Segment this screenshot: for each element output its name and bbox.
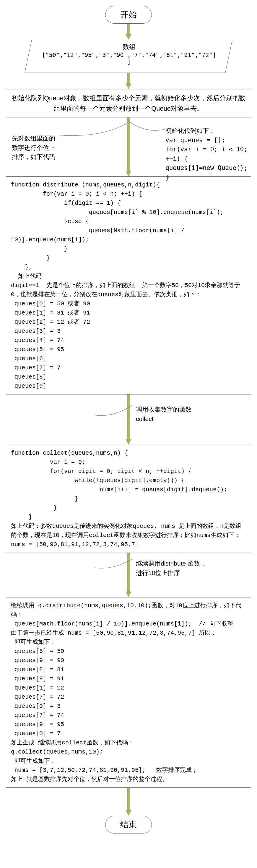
start-terminator: 开始 [105, 6, 152, 24]
annotation-right-1: 初始化代码如下： var queues = []; for(var i = 0;… [165, 126, 251, 182]
arrow-6 [0, 788, 257, 816]
callout-line-left [59, 123, 127, 147]
arrow-2 [0, 73, 257, 89]
annotation-left-1: 先对数组里面的 数字进行个位上 排序，如下代码 [12, 134, 55, 162]
svg-marker-1 [125, 34, 132, 40]
data-input-block: 数组 ["50","12","95","3","90","7","74","81… [25, 40, 232, 73]
init-queue-step: 初始化队列Queue对象，数组里面有多少个元素，就初始化多少次，然后分别把数组里… [6, 89, 251, 117]
annotation-right-3: 继续调用distribute 函数， 进行10位上排序 [136, 559, 206, 578]
tens-digit-step: 继续调用 q.distribute(nums,queues,10,10);函数，… [6, 597, 251, 788]
distribute-code-step: function distribute (nums,queues,n,digit… [6, 177, 251, 395]
svg-marker-5 [125, 171, 132, 177]
end-terminator: 结束 [105, 816, 152, 834]
arrow-icon [125, 24, 132, 40]
annotation-group-3: 继续调用distribute 函数， 进行10位上排序 [6, 553, 251, 597]
annotation-right-2: 调用收集数字的函数 collect [136, 405, 192, 423]
arrow-1 [0, 24, 257, 40]
callout-line-right [130, 122, 165, 136]
arrow-icon [125, 73, 132, 89]
data-parallelogram: 数组 ["50","12","95","3","90","7","74","81… [25, 40, 232, 73]
data-array-label: 数组 [41, 42, 218, 51]
svg-marker-9 [125, 592, 132, 597]
start-label: 开始 [120, 10, 137, 19]
init-queue-text: 初始化队列Queue对象，数组里面有多少个元素，就初始化多少次，然后分别把数组里… [11, 94, 246, 112]
svg-marker-11 [125, 810, 132, 816]
end-label: 结束 [120, 820, 137, 829]
collect-code-step: function collect(queues,nums,n) { var i … [6, 445, 251, 553]
data-array-content: ["50","12","95","3","90","7","74","81","… [41, 51, 218, 58]
annotation-group-1: 先对数组里面的 数字进行个位上 排序，如下代码 初始化代码如下： var que… [6, 117, 251, 177]
flowchart-container: 开始 数组 ["50","12","95","3","90","7","74",… [0, 6, 257, 834]
svg-marker-7 [125, 439, 132, 445]
callout-line-2 [94, 405, 133, 421]
annotation-group-2: 调用收集数字的函数 collect [6, 395, 251, 445]
arrow-icon [125, 788, 132, 816]
data-array-close: ] [41, 58, 218, 65]
svg-marker-3 [125, 84, 132, 89]
callout-line-3 [94, 559, 133, 574]
